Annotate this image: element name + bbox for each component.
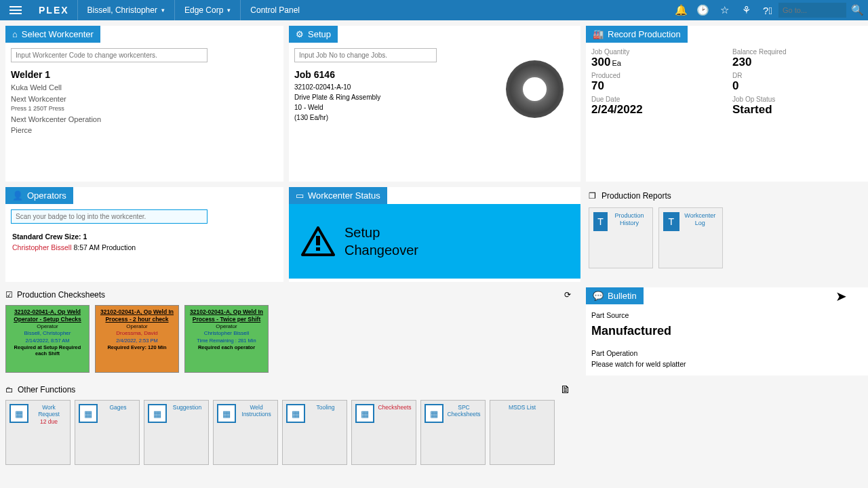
setup-panel: ⚙ Setup Job 6146 32102-02041-A-10 Drive … bbox=[289, 26, 580, 182]
report-icon: T bbox=[663, 212, 679, 231]
star-icon[interactable]: ☆ bbox=[713, 0, 735, 20]
tile-label: Checksheets bbox=[377, 404, 412, 411]
setup-button[interactable]: ⚙ Setup bbox=[289, 26, 338, 43]
nav-user[interactable]: Bissell, Christopher▾ bbox=[77, 0, 174, 20]
status-panel: ▭ Workcenter Status Setup Changeover bbox=[289, 187, 580, 282]
nav-company[interactable]: Edge Corp▾ bbox=[174, 0, 240, 20]
other-tile[interactable]: ▦Tooling bbox=[282, 400, 347, 465]
part-name: Drive Plate & Ring Assembly bbox=[294, 92, 483, 102]
tile-label: Gages bbox=[100, 404, 136, 411]
reports-icon: ❐ bbox=[589, 191, 596, 201]
operators-button[interactable]: 👤 Operators bbox=[5, 187, 73, 204]
tile-label: Weld Instructions bbox=[239, 404, 274, 418]
checksheet-card[interactable]: 32102-02041-A, Op Weld In Process - 2 ho… bbox=[95, 305, 179, 373]
tile-icon: ▦ bbox=[286, 404, 305, 423]
workcenter-panel: ⌂ Select Workcenter Welder 1 Kuka Weld C… bbox=[5, 26, 283, 182]
tile-icon: ▦ bbox=[9, 404, 28, 423]
goto-input[interactable] bbox=[778, 3, 846, 18]
other-title: Other Functions bbox=[18, 385, 75, 394]
link-icon[interactable]: ⚘ bbox=[735, 0, 757, 20]
next-wc-value: Press 1 250T Press bbox=[11, 104, 278, 114]
bulletin-panel: 💬 Bulletin Part Source Manufactured Part… bbox=[586, 287, 868, 375]
qty-label: Job Quantity bbox=[591, 48, 724, 56]
produced-label: Produced bbox=[591, 72, 724, 79]
other-tile[interactable]: ▦Gages bbox=[75, 400, 140, 465]
svg-rect-0 bbox=[316, 236, 320, 245]
status-button[interactable]: ▭ Workcenter Status bbox=[289, 187, 387, 204]
search-icon[interactable]: 🔍 bbox=[846, 0, 868, 20]
source-label: Part Source bbox=[591, 310, 865, 321]
other-tile[interactable]: ▦Suggestion bbox=[144, 400, 209, 465]
reports-title: Production Reports bbox=[601, 191, 671, 201]
folder-icon: 🗀 bbox=[5, 385, 14, 394]
op-label: Part Operation bbox=[591, 348, 865, 359]
other-tile[interactable]: MSDS List bbox=[490, 400, 555, 465]
part-image bbox=[494, 48, 575, 129]
operators-panel: 👤 Operators Standard Crew Size: 1 Christ… bbox=[5, 187, 283, 282]
report-icon: T bbox=[593, 212, 608, 231]
other-panel: 🗀 Other Functions 🗎 ▦Work Request12 due▦… bbox=[5, 381, 580, 466]
op: 10 - Weld bbox=[294, 102, 483, 113]
help-icon[interactable]: ?⃝ bbox=[757, 0, 778, 20]
checksheet-card[interactable]: 32102-02041-A, Op Weld Operator - Setup … bbox=[5, 305, 90, 373]
next-wc-label: Next Workcenter bbox=[11, 94, 278, 105]
source-value: Manufactured bbox=[591, 321, 865, 341]
part-no: 32102-02041-A-10 bbox=[294, 82, 483, 92]
report-tile[interactable]: TProduction History bbox=[589, 207, 653, 268]
tile-icon: ▦ bbox=[148, 404, 167, 423]
job-input[interactable] bbox=[294, 48, 437, 62]
status-banner[interactable]: Setup Changeover bbox=[289, 204, 580, 279]
balance-label: Balance Required bbox=[732, 48, 865, 56]
workcenter-input[interactable] bbox=[11, 48, 208, 62]
select-workcenter-button[interactable]: ⌂ Select Workcenter bbox=[5, 26, 100, 43]
warning-icon bbox=[301, 226, 335, 256]
record-production-button[interactable]: 🏭 Record Production bbox=[586, 26, 688, 43]
tile-label: Suggestion bbox=[170, 404, 205, 411]
report-tile[interactable]: TWorkcenter Log bbox=[658, 207, 723, 268]
op-note: Please watch for weld splatter bbox=[591, 359, 865, 370]
svg-rect-1 bbox=[316, 247, 320, 251]
clock-icon[interactable]: 🕑 bbox=[692, 0, 713, 20]
other-tile[interactable]: ▦SPC Checksheets bbox=[420, 400, 486, 465]
tile-icon: ▦ bbox=[355, 404, 374, 423]
bell-icon[interactable]: 🔔 bbox=[670, 0, 692, 20]
production-panel: 🏭 Record Production Job Quantity 300Ea B… bbox=[586, 26, 868, 182]
next-op-label: Next Workcenter Operation bbox=[11, 114, 278, 125]
other-tile[interactable]: ▦Checksheets bbox=[351, 400, 416, 465]
tile-label: SPC Checksheets bbox=[446, 404, 481, 418]
other-tile[interactable]: ▦Work Request12 due bbox=[5, 400, 71, 465]
menu-icon[interactable] bbox=[0, 0, 31, 20]
tile-label: MSDS List bbox=[494, 404, 551, 411]
qty-value: 300Ea bbox=[591, 56, 724, 69]
dr-value: 0 bbox=[732, 79, 865, 93]
checksheet-card[interactable]: 32102-02041-A, Op Weld In Process - Twic… bbox=[184, 305, 269, 373]
person-icon: 👤 bbox=[12, 190, 23, 201]
tile-icon: ▦ bbox=[217, 404, 236, 423]
workcenter-cell: Kuka Weld Cell bbox=[11, 82, 278, 94]
crew-size: Standard Crew Size: 1 bbox=[12, 232, 277, 243]
other-tile[interactable]: ▦Weld Instructions bbox=[213, 400, 278, 465]
status-label: Job Op Status bbox=[732, 96, 865, 103]
produced-value: 70 bbox=[591, 79, 724, 93]
add-icon[interactable]: 🗎 bbox=[560, 384, 571, 396]
logo: PLEX bbox=[31, 5, 77, 16]
balance-value: 230 bbox=[732, 56, 865, 69]
tile-icon: ▦ bbox=[425, 404, 443, 423]
status-icon: ▭ bbox=[296, 190, 304, 201]
workcenter-name: Welder 1 bbox=[11, 68, 278, 82]
production-icon: 🏭 bbox=[593, 29, 604, 39]
nav-page[interactable]: Control Panel bbox=[240, 0, 309, 20]
status-line2: Changeover bbox=[344, 241, 418, 259]
bulletin-button[interactable]: 💬 Bulletin bbox=[586, 287, 644, 304]
reports-panel: ❐ Production Reports TProduction History… bbox=[586, 187, 868, 282]
report-label: Production History bbox=[610, 212, 648, 227]
job-title: Job 6146 bbox=[294, 68, 483, 82]
refresh-icon[interactable]: ⟳ bbox=[564, 290, 571, 300]
workcenter-icon: ⌂ bbox=[12, 29, 18, 39]
bulletin-icon: 💬 bbox=[593, 291, 604, 301]
tile-icon: ▦ bbox=[79, 404, 98, 423]
due-value: 2/24/2022 bbox=[591, 103, 724, 117]
rate: (130 Ea/hr) bbox=[294, 113, 483, 123]
badge-input[interactable] bbox=[11, 209, 208, 224]
setup-icon: ⚙ bbox=[296, 29, 304, 39]
